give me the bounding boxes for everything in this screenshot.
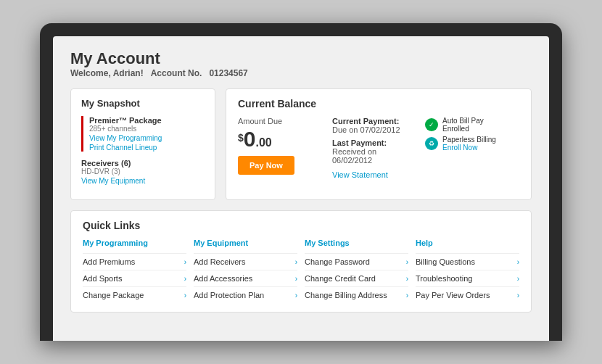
quick-link-item[interactable]: Add Premiums› [83,253,186,270]
page-title: My Account [70,49,532,68]
currency-symbol: $ [238,133,244,143]
last-payment-row: Last Payment: Received on 06/02/2012 [332,138,411,165]
quick-link-label: Add Accessories [194,274,252,283]
snapshot-title: My Snapshot [81,98,205,109]
chevron-right-icon: › [295,291,297,299]
quick-link-label: Add Premiums [83,257,135,266]
quick-link-item[interactable]: Billing Questions› [416,253,519,270]
current-payment-row: Current Payment: Due on 07/02/2012 [332,117,411,134]
ql-header-2: My Settings [305,239,408,249]
package-channels: 285+ channels [89,125,205,133]
last-payment-label: Last Payment: [332,138,411,147]
account-number: 01234567 [209,68,247,78]
chevron-right-icon: › [295,258,297,266]
auto-bill-label: Auto Bill Pay [442,117,484,125]
snapshot-package: Premier™ Package 285+ channels View My P… [81,116,205,152]
quick-link-item[interactable]: Add Protection Plan› [194,286,297,303]
quick-link-item[interactable]: Troubleshooting› [416,270,519,286]
snapshot-receivers: Receivers (6) HD-DVR (3) View My Equipme… [81,159,205,185]
ql-column-1: My EquipmentAdd Receivers›Add Accessorie… [194,239,297,303]
chevron-right-icon: › [406,275,408,283]
quick-link-label: Pay Per View Orders [416,291,490,299]
laptop-frame: My Account Welcome, Adrian! Account No. … [40,23,562,341]
ql-header-0: My Programming [83,239,186,249]
chevron-right-icon: › [517,275,519,283]
balance-body: Amount Due $0.00 Pay Now Current Payment… [238,117,519,179]
amount-value: $0.00 [238,128,318,150]
print-channel-link[interactable]: Print Channel Lineup [89,144,205,152]
cent-amount: .00 [255,136,271,149]
ql-column-0: My ProgrammingAdd Premiums›Add Sports›Ch… [83,239,186,303]
page-subtitle: Welcome, Adrian! Account No. 01234567 [70,68,532,78]
pay-now-button[interactable]: Pay Now [238,156,294,175]
welcome-text: Welcome, Adrian! [70,68,144,78]
view-statement-link[interactable]: View Statement [332,170,411,179]
quick-link-item[interactable]: Pay Per View Orders› [416,286,519,303]
enroll-now-link[interactable]: Enroll Now [442,144,496,152]
ql-header-3: Help [416,239,519,249]
receivers-sub: HD-DVR (3) [81,167,205,175]
chevron-right-icon: › [517,258,519,266]
screen: My Account Welcome, Adrian! Account No. … [53,36,549,341]
view-programming-link[interactable]: View My Programming [89,134,205,142]
quick-link-label: Add Protection Plan [194,291,264,299]
current-payment-label: Current Payment: [332,117,411,125]
quick-link-label: Billing Questions [416,257,475,266]
amount-section: Amount Due $0.00 Pay Now [238,117,318,175]
snapshot-panel: My Snapshot Premier™ Package 285+ channe… [70,88,215,200]
page-content: My Account Welcome, Adrian! Account No. … [53,36,549,341]
quick-link-item[interactable]: Add Sports› [83,270,186,286]
package-name: Premier™ Package [89,116,205,125]
ql-column-3: HelpBilling Questions›Troubleshooting›Pa… [416,239,519,303]
quick-link-item[interactable]: Change Billing Address› [305,286,408,303]
quick-link-label: Change Billing Address [305,291,387,299]
chevron-right-icon: › [184,275,186,283]
auto-bill-info: Auto Bill Pay Enrolled [442,117,484,133]
account-label: Account No. [151,68,202,78]
main-content-row: My Snapshot Premier™ Package 285+ channe… [70,88,532,200]
quick-links-panel: Quick Links My ProgrammingAdd Premiums›A… [70,210,532,313]
quick-link-item[interactable]: Change Password› [305,253,408,270]
quick-link-label: Troubleshooting [416,274,472,283]
paperless-info: Paperless Billing Enroll Now [442,136,496,152]
quick-link-label: Change Credit Card [305,274,376,283]
quick-link-label: Add Receivers [194,257,246,266]
chevron-right-icon: › [406,258,408,266]
chevron-right-icon: › [295,275,297,283]
amount-label: Amount Due [238,117,318,125]
dollar-amount: 0 [244,127,256,151]
current-payment-value: Due on 07/02/2012 [332,125,411,134]
paperless-label: Paperless Billing [442,136,496,144]
auto-bill-status: Enrolled [442,125,484,133]
auto-bill-pay-item: ✓ Auto Bill Pay Enrolled [425,117,519,133]
chevron-right-icon: › [517,291,519,299]
last-payment-value: Received on 06/02/2012 [332,147,411,165]
paperless-billing-item: ♻ Paperless Billing Enroll Now [425,136,519,152]
quick-link-label: Change Password [305,257,370,266]
chevron-right-icon: › [184,291,186,299]
services-section: ✓ Auto Bill Pay Enrolled ♻ Paperless Bil… [425,117,519,152]
view-equipment-link[interactable]: View My Equipment [81,177,205,185]
receivers-title: Receivers (6) [81,159,205,167]
auto-bill-icon: ✓ [425,118,438,131]
quick-link-item[interactable]: Change Credit Card› [305,270,408,286]
quick-link-label: Add Sports [83,274,122,283]
quick-link-item[interactable]: Change Package› [83,286,186,303]
ql-header-1: My Equipment [194,239,297,249]
balance-panel: Current Balance Amount Due $0.00 Pay Now… [226,88,532,200]
chevron-right-icon: › [406,291,408,299]
quick-links-grid: My ProgrammingAdd Premiums›Add Sports›Ch… [83,239,519,303]
paperless-icon: ♻ [425,137,438,150]
quick-link-item[interactable]: Add Receivers› [194,253,297,270]
chevron-right-icon: › [184,258,186,266]
quick-links-title: Quick Links [83,220,519,231]
payment-info: Current Payment: Due on 07/02/2012 Last … [332,117,411,179]
page-header: My Account Welcome, Adrian! Account No. … [70,49,532,78]
quick-link-label: Change Package [83,291,144,299]
ql-column-2: My SettingsChange Password›Change Credit… [305,239,408,303]
balance-title: Current Balance [238,98,519,109]
quick-link-item[interactable]: Add Accessories› [194,270,297,286]
